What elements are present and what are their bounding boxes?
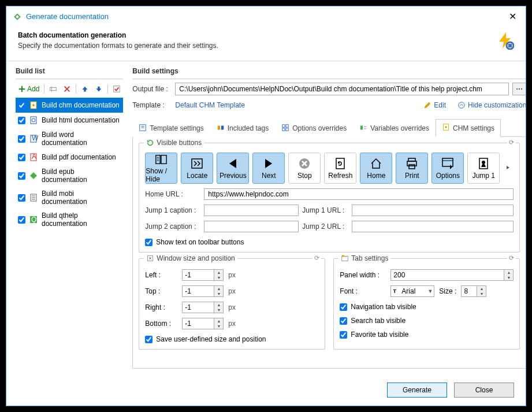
build-item-checkbox[interactable]	[18, 135, 25, 143]
home-url-input[interactable]	[204, 188, 514, 200]
close-icon[interactable]: ✕	[507, 11, 519, 22]
close-button[interactable]: Close	[454, 383, 514, 398]
reset-icon[interactable]	[146, 139, 154, 147]
output-file-input[interactable]	[175, 83, 509, 95]
visible-btn-locate[interactable]: Locate	[181, 153, 213, 184]
tab-included-tags[interactable]: Included tags	[210, 119, 275, 137]
jump1-caption-input[interactable]	[204, 205, 299, 216]
panel-width-spin[interactable]: ▲▼	[390, 269, 514, 281]
header-title: Batch documentation generation	[18, 31, 218, 39]
add-button[interactable]: Add	[16, 84, 42, 94]
nav-tab-checkbox[interactable]	[340, 303, 347, 311]
move-up-button[interactable]	[79, 84, 91, 94]
visible-btn-print[interactable]: Print	[396, 153, 428, 184]
build-item-label: Build epub documentation	[42, 168, 121, 184]
build-item[interactable]: W Build word documentation	[16, 128, 123, 150]
svg-point-36	[482, 161, 485, 164]
window: Generate documentation ✕ Batch documenta…	[6, 6, 526, 406]
svg-rect-1	[508, 44, 512, 47]
vbtn-icon	[333, 157, 347, 170]
titlebar: Generate documentation ✕	[6, 6, 526, 27]
jump2-url-input[interactable]	[352, 221, 514, 232]
build-item[interactable]: Build chm documentation	[16, 98, 123, 113]
build-item[interactable]: Build epub documentation	[16, 165, 123, 187]
build-item-checkbox[interactable]	[18, 216, 25, 224]
save-size-checkbox[interactable]	[145, 336, 152, 343]
file-icon	[29, 193, 38, 202]
tab-variables-overrides[interactable]: Variables overrides	[353, 119, 436, 137]
group-corner-icon[interactable]: ⟳	[507, 254, 516, 262]
svg-text:A: A	[32, 153, 36, 161]
build-item-checkbox[interactable]	[18, 154, 25, 161]
build-item[interactable]: Build html documentation	[16, 113, 123, 128]
top-spin[interactable]: ▲▼	[182, 285, 224, 297]
tab-icon	[341, 254, 349, 262]
visible-btn-options[interactable]: Options	[431, 153, 464, 184]
visible-btn-show-hide[interactable]: Show / Hide	[145, 153, 177, 184]
visible-btn-jump-1[interactable]: Jump 1	[467, 153, 500, 184]
right-spin[interactable]: ▲▼	[182, 302, 224, 313]
show-text-checkbox[interactable]	[145, 239, 152, 246]
app-icon	[13, 13, 21, 21]
visible-btn-refresh[interactable]: Refresh	[324, 153, 356, 184]
build-item-label: Build chm documentation	[42, 101, 120, 109]
search-tab-checkbox[interactable]	[340, 317, 347, 325]
generate-button[interactable]: Generate	[387, 383, 447, 398]
size-spin[interactable]: ▲▼	[461, 285, 486, 297]
jump2-url-label: Jump 2 URL :	[302, 222, 348, 231]
svg-text:Qt: Qt	[31, 216, 38, 224]
vbtn-icon	[441, 157, 455, 170]
svg-rect-21	[282, 128, 285, 130]
visible-btn-stop[interactable]: Stop	[288, 153, 321, 184]
build-item-label: Build word documentation	[42, 131, 121, 147]
jump2-caption-input[interactable]	[204, 221, 299, 232]
visible-btn-next[interactable]: Next	[252, 153, 285, 184]
group-corner-icon[interactable]: ⟳	[312, 254, 321, 262]
svg-rect-38	[342, 257, 348, 261]
font-label: Font :	[340, 287, 386, 295]
group-corner-icon[interactable]: ⟳	[507, 139, 516, 146]
tab-template-settings[interactable]: Template settings	[132, 119, 210, 137]
vbtn-icon	[369, 157, 383, 170]
build-item[interactable]: Build mobi documentation	[16, 187, 123, 209]
vbtn-icon	[477, 157, 490, 170]
jump1-url-input[interactable]	[352, 205, 514, 216]
content: Build list Add Build chm documentation B…	[6, 61, 526, 374]
footer: Generate Close	[6, 374, 526, 406]
check-all-button[interactable]	[110, 84, 123, 94]
home-url-label: Home URL :	[145, 190, 200, 198]
visible-btn-previous[interactable]: Previous	[217, 153, 249, 184]
build-item[interactable]: Qt Build qthelp documentation	[16, 209, 123, 231]
fav-tab-checkbox[interactable]	[340, 331, 347, 339]
svg-rect-20	[286, 124, 288, 127]
build-item-checkbox[interactable]	[18, 117, 25, 124]
file-icon	[29, 116, 38, 125]
file-icon: Qt	[29, 215, 38, 224]
template-link[interactable]: Default CHM Template	[175, 101, 245, 109]
build-item-checkbox[interactable]	[18, 172, 25, 180]
hide-customization-link[interactable]: Hide customization	[457, 101, 526, 109]
build-item[interactable]: A Build pdf documentation	[16, 150, 123, 165]
jump1-caption-label: Jump 1 caption :	[145, 206, 200, 214]
build-item-label: Build qthelp documentation	[42, 211, 121, 228]
left-spin[interactable]: ▲▼	[182, 269, 224, 281]
browse-button[interactable]: ⋯	[512, 83, 526, 95]
build-item-checkbox[interactable]	[18, 194, 25, 202]
build-list-title: Build list	[16, 67, 123, 75]
header-icon	[496, 31, 514, 54]
tab-options-overrides[interactable]: Options overrides	[275, 119, 353, 137]
delete-button[interactable]	[61, 84, 73, 94]
more-buttons[interactable]	[503, 163, 514, 174]
rename-button[interactable]	[47, 84, 59, 94]
build-item-label: Build pdf documentation	[42, 153, 116, 161]
tab-chm-settings[interactable]: CHM settings	[436, 119, 501, 137]
bottom-spin[interactable]: ▲▼	[182, 318, 224, 329]
edit-link[interactable]: Edit	[423, 101, 446, 109]
visible-btn-home[interactable]: Home	[360, 153, 392, 184]
visible-buttons-group: Visible buttons ⟳ Show / HideLocatePrevi…	[139, 143, 520, 253]
move-down-button[interactable]	[92, 84, 105, 94]
build-item-checkbox[interactable]	[18, 102, 25, 109]
font-select[interactable]: T Arial ▼	[390, 285, 434, 297]
template-label: Template :	[132, 101, 172, 109]
header-subtitle: Specify the documentation formats to gen…	[18, 42, 218, 50]
